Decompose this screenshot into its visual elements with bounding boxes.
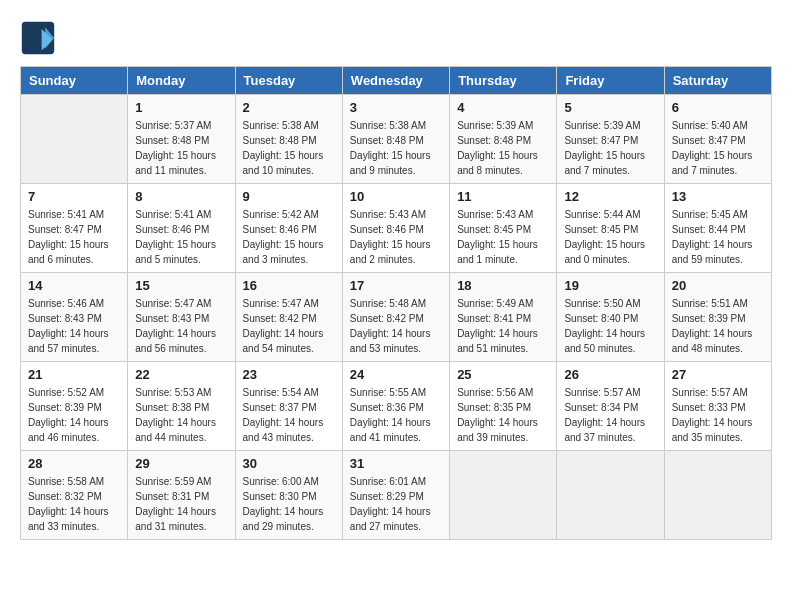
day-info: Sunrise: 5:42 AM Sunset: 8:46 PM Dayligh… xyxy=(243,207,335,267)
calendar-cell: 2 Sunrise: 5:38 AM Sunset: 8:48 PM Dayli… xyxy=(235,95,342,184)
day-info: Sunrise: 5:39 AM Sunset: 8:48 PM Dayligh… xyxy=(457,118,549,178)
day-number: 31 xyxy=(350,456,442,471)
day-number: 22 xyxy=(135,367,227,382)
sunrise-label: Sunrise: 5:52 AM xyxy=(28,387,104,398)
calendar-cell xyxy=(450,451,557,540)
sunrise-label: Sunrise: 5:50 AM xyxy=(564,298,640,309)
sunrise-label: Sunrise: 5:58 AM xyxy=(28,476,104,487)
column-header-saturday: Saturday xyxy=(664,67,771,95)
page-header xyxy=(20,20,772,56)
sunrise-label: Sunrise: 5:43 AM xyxy=(457,209,533,220)
day-number: 19 xyxy=(564,278,656,293)
day-info: Sunrise: 5:57 AM Sunset: 8:33 PM Dayligh… xyxy=(672,385,764,445)
day-number: 13 xyxy=(672,189,764,204)
calendar-cell: 10 Sunrise: 5:43 AM Sunset: 8:46 PM Dayl… xyxy=(342,184,449,273)
daylight-label: Daylight: 15 hours and 0 minutes. xyxy=(564,239,645,265)
calendar-cell: 22 Sunrise: 5:53 AM Sunset: 8:38 PM Dayl… xyxy=(128,362,235,451)
calendar-cell: 7 Sunrise: 5:41 AM Sunset: 8:47 PM Dayli… xyxy=(21,184,128,273)
daylight-label: Daylight: 14 hours and 59 minutes. xyxy=(672,239,753,265)
day-number: 7 xyxy=(28,189,120,204)
day-info: Sunrise: 5:52 AM Sunset: 8:39 PM Dayligh… xyxy=(28,385,120,445)
sunrise-label: Sunrise: 5:56 AM xyxy=(457,387,533,398)
daylight-label: Daylight: 14 hours and 44 minutes. xyxy=(135,417,216,443)
calendar-cell xyxy=(557,451,664,540)
day-info: Sunrise: 5:37 AM Sunset: 8:48 PM Dayligh… xyxy=(135,118,227,178)
sunset-label: Sunset: 8:46 PM xyxy=(243,224,317,235)
sunrise-label: Sunrise: 5:38 AM xyxy=(243,120,319,131)
daylight-label: Daylight: 15 hours and 2 minutes. xyxy=(350,239,431,265)
column-header-friday: Friday xyxy=(557,67,664,95)
daylight-label: Daylight: 14 hours and 57 minutes. xyxy=(28,328,109,354)
column-header-tuesday: Tuesday xyxy=(235,67,342,95)
daylight-label: Daylight: 14 hours and 27 minutes. xyxy=(350,506,431,532)
sunset-label: Sunset: 8:31 PM xyxy=(135,491,209,502)
day-info: Sunrise: 5:50 AM Sunset: 8:40 PM Dayligh… xyxy=(564,296,656,356)
sunset-label: Sunset: 8:46 PM xyxy=(350,224,424,235)
daylight-label: Daylight: 15 hours and 6 minutes. xyxy=(28,239,109,265)
day-info: Sunrise: 5:53 AM Sunset: 8:38 PM Dayligh… xyxy=(135,385,227,445)
day-number: 4 xyxy=(457,100,549,115)
daylight-label: Daylight: 14 hours and 50 minutes. xyxy=(564,328,645,354)
sunset-label: Sunset: 8:47 PM xyxy=(28,224,102,235)
daylight-label: Daylight: 14 hours and 43 minutes. xyxy=(243,417,324,443)
day-number: 16 xyxy=(243,278,335,293)
day-info: Sunrise: 5:59 AM Sunset: 8:31 PM Dayligh… xyxy=(135,474,227,534)
week-row-5: 28 Sunrise: 5:58 AM Sunset: 8:32 PM Dayl… xyxy=(21,451,772,540)
day-info: Sunrise: 6:01 AM Sunset: 8:29 PM Dayligh… xyxy=(350,474,442,534)
day-number: 25 xyxy=(457,367,549,382)
column-header-wednesday: Wednesday xyxy=(342,67,449,95)
daylight-label: Daylight: 15 hours and 7 minutes. xyxy=(564,150,645,176)
day-number: 14 xyxy=(28,278,120,293)
sunset-label: Sunset: 8:43 PM xyxy=(135,313,209,324)
day-info: Sunrise: 5:54 AM Sunset: 8:37 PM Dayligh… xyxy=(243,385,335,445)
calendar-cell: 3 Sunrise: 5:38 AM Sunset: 8:48 PM Dayli… xyxy=(342,95,449,184)
sunset-label: Sunset: 8:29 PM xyxy=(350,491,424,502)
daylight-label: Daylight: 15 hours and 5 minutes. xyxy=(135,239,216,265)
sunset-label: Sunset: 8:45 PM xyxy=(457,224,531,235)
calendar-cell: 5 Sunrise: 5:39 AM Sunset: 8:47 PM Dayli… xyxy=(557,95,664,184)
daylight-label: Daylight: 14 hours and 33 minutes. xyxy=(28,506,109,532)
calendar-cell: 9 Sunrise: 5:42 AM Sunset: 8:46 PM Dayli… xyxy=(235,184,342,273)
day-number: 6 xyxy=(672,100,764,115)
daylight-label: Daylight: 14 hours and 56 minutes. xyxy=(135,328,216,354)
calendar-cell: 17 Sunrise: 5:48 AM Sunset: 8:42 PM Dayl… xyxy=(342,273,449,362)
daylight-label: Daylight: 14 hours and 39 minutes. xyxy=(457,417,538,443)
calendar-cell: 26 Sunrise: 5:57 AM Sunset: 8:34 PM Dayl… xyxy=(557,362,664,451)
week-row-4: 21 Sunrise: 5:52 AM Sunset: 8:39 PM Dayl… xyxy=(21,362,772,451)
day-number: 23 xyxy=(243,367,335,382)
daylight-label: Daylight: 14 hours and 51 minutes. xyxy=(457,328,538,354)
sunrise-label: Sunrise: 5:49 AM xyxy=(457,298,533,309)
day-info: Sunrise: 5:47 AM Sunset: 8:42 PM Dayligh… xyxy=(243,296,335,356)
day-number: 1 xyxy=(135,100,227,115)
calendar-cell: 18 Sunrise: 5:49 AM Sunset: 8:41 PM Dayl… xyxy=(450,273,557,362)
sunset-label: Sunset: 8:36 PM xyxy=(350,402,424,413)
week-row-2: 7 Sunrise: 5:41 AM Sunset: 8:47 PM Dayli… xyxy=(21,184,772,273)
daylight-label: Daylight: 15 hours and 11 minutes. xyxy=(135,150,216,176)
calendar-cell: 13 Sunrise: 5:45 AM Sunset: 8:44 PM Dayl… xyxy=(664,184,771,273)
calendar-cell: 21 Sunrise: 5:52 AM Sunset: 8:39 PM Dayl… xyxy=(21,362,128,451)
daylight-label: Daylight: 14 hours and 35 minutes. xyxy=(672,417,753,443)
week-row-1: 1 Sunrise: 5:37 AM Sunset: 8:48 PM Dayli… xyxy=(21,95,772,184)
sunset-label: Sunset: 8:39 PM xyxy=(28,402,102,413)
calendar-cell: 19 Sunrise: 5:50 AM Sunset: 8:40 PM Dayl… xyxy=(557,273,664,362)
sunrise-label: Sunrise: 5:57 AM xyxy=(672,387,748,398)
sunset-label: Sunset: 8:32 PM xyxy=(28,491,102,502)
sunset-label: Sunset: 8:33 PM xyxy=(672,402,746,413)
daylight-label: Daylight: 14 hours and 37 minutes. xyxy=(564,417,645,443)
day-number: 27 xyxy=(672,367,764,382)
day-info: Sunrise: 5:40 AM Sunset: 8:47 PM Dayligh… xyxy=(672,118,764,178)
day-info: Sunrise: 5:47 AM Sunset: 8:43 PM Dayligh… xyxy=(135,296,227,356)
day-info: Sunrise: 5:41 AM Sunset: 8:46 PM Dayligh… xyxy=(135,207,227,267)
sunrise-label: Sunrise: 5:57 AM xyxy=(564,387,640,398)
day-number: 5 xyxy=(564,100,656,115)
column-header-thursday: Thursday xyxy=(450,67,557,95)
daylight-label: Daylight: 14 hours and 54 minutes. xyxy=(243,328,324,354)
sunset-label: Sunset: 8:40 PM xyxy=(564,313,638,324)
day-info: Sunrise: 5:49 AM Sunset: 8:41 PM Dayligh… xyxy=(457,296,549,356)
day-number: 21 xyxy=(28,367,120,382)
sunset-label: Sunset: 8:46 PM xyxy=(135,224,209,235)
calendar-table: SundayMondayTuesdayWednesdayThursdayFrid… xyxy=(20,66,772,540)
day-number: 17 xyxy=(350,278,442,293)
logo xyxy=(20,20,60,56)
sunrise-label: Sunrise: 5:44 AM xyxy=(564,209,640,220)
